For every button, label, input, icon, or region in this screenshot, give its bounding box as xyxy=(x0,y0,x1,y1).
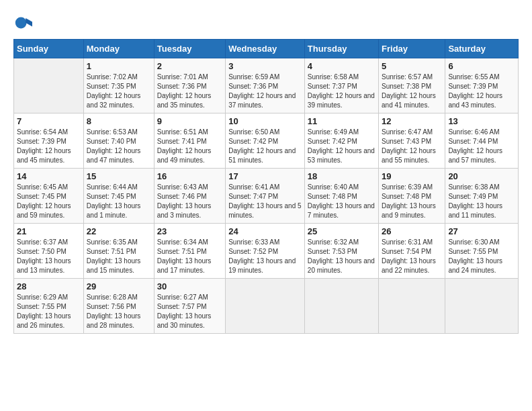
logo xyxy=(13,13,34,32)
day-info: Sunrise: 6:57 AMSunset: 7:38 PMDaylight:… xyxy=(382,73,442,110)
day-info: Sunrise: 7:02 AMSunset: 7:35 PMDaylight:… xyxy=(87,73,151,110)
day-info: Sunrise: 6:59 AMSunset: 7:36 PMDaylight:… xyxy=(228,73,302,110)
column-header-saturday: Saturday xyxy=(445,40,519,58)
page-header xyxy=(13,13,519,32)
day-info: Sunrise: 6:55 AMSunset: 7:39 PMDaylight:… xyxy=(448,73,515,110)
day-number: 5 xyxy=(382,61,442,71)
day-number: 14 xyxy=(17,171,81,181)
calendar-cell: 11Sunrise: 6:49 AMSunset: 7:42 PMDayligh… xyxy=(304,113,378,169)
day-number: 11 xyxy=(308,116,375,126)
day-info: Sunrise: 6:54 AMSunset: 7:39 PMDaylight:… xyxy=(17,128,81,165)
calendar-cell: 6Sunrise: 6:55 AMSunset: 7:39 PMDaylight… xyxy=(445,58,519,113)
calendar-cell: 22Sunrise: 6:35 AMSunset: 7:51 PMDayligh… xyxy=(83,224,154,279)
day-info: Sunrise: 6:53 AMSunset: 7:40 PMDaylight:… xyxy=(87,128,151,165)
column-header-sunday: Sunday xyxy=(14,40,84,58)
day-number: 30 xyxy=(157,281,222,291)
calendar-cell: 26Sunrise: 6:31 AMSunset: 7:54 PMDayligh… xyxy=(379,224,445,279)
day-info: Sunrise: 7:01 AMSunset: 7:36 PMDaylight:… xyxy=(157,73,222,110)
calendar-cell: 13Sunrise: 6:46 AMSunset: 7:44 PMDayligh… xyxy=(445,113,519,169)
calendar-table: SundayMondayTuesdayWednesdayThursdayFrid… xyxy=(13,39,519,334)
day-info: Sunrise: 6:28 AMSunset: 7:56 PMDaylight:… xyxy=(87,293,151,330)
calendar-cell: 24Sunrise: 6:33 AMSunset: 7:52 PMDayligh… xyxy=(226,224,305,279)
day-info: Sunrise: 6:51 AMSunset: 7:41 PMDaylight:… xyxy=(157,128,222,165)
calendar-cell: 9Sunrise: 6:51 AMSunset: 7:41 PMDaylight… xyxy=(154,113,225,169)
day-info: Sunrise: 6:27 AMSunset: 7:57 PMDaylight:… xyxy=(157,293,222,330)
day-info: Sunrise: 6:46 AMSunset: 7:44 PMDaylight:… xyxy=(448,128,515,165)
day-number: 18 xyxy=(308,171,375,181)
day-info: Sunrise: 6:50 AMSunset: 7:42 PMDaylight:… xyxy=(228,128,302,165)
day-number: 2 xyxy=(157,61,222,71)
calendar-week-row: 21Sunrise: 6:37 AMSunset: 7:50 PMDayligh… xyxy=(14,224,519,279)
day-number: 16 xyxy=(157,171,222,181)
calendar-cell: 27Sunrise: 6:30 AMSunset: 7:55 PMDayligh… xyxy=(445,224,519,279)
calendar-cell: 18Sunrise: 6:40 AMSunset: 7:48 PMDayligh… xyxy=(304,169,378,224)
day-number: 12 xyxy=(382,116,442,126)
calendar-header-row: SundayMondayTuesdayWednesdayThursdayFrid… xyxy=(14,40,519,58)
calendar-cell: 19Sunrise: 6:39 AMSunset: 7:48 PMDayligh… xyxy=(379,169,445,224)
day-info: Sunrise: 6:44 AMSunset: 7:45 PMDaylight:… xyxy=(87,183,151,220)
day-number: 10 xyxy=(228,116,302,126)
day-number: 19 xyxy=(382,171,442,181)
column-header-tuesday: Tuesday xyxy=(154,40,225,58)
day-number: 23 xyxy=(157,226,222,236)
calendar-cell: 3Sunrise: 6:59 AMSunset: 7:36 PMDaylight… xyxy=(226,58,305,113)
calendar-week-row: 14Sunrise: 6:45 AMSunset: 7:45 PMDayligh… xyxy=(14,169,519,224)
day-info: Sunrise: 6:58 AMSunset: 7:37 PMDaylight:… xyxy=(308,73,375,110)
day-number: 8 xyxy=(87,116,151,126)
svg-marker-1 xyxy=(26,18,32,27)
svg-point-0 xyxy=(15,17,27,29)
calendar-cell: 4Sunrise: 6:58 AMSunset: 7:37 PMDaylight… xyxy=(304,58,378,113)
calendar-cell xyxy=(226,279,305,334)
calendar-week-row: 28Sunrise: 6:29 AMSunset: 7:55 PMDayligh… xyxy=(14,279,519,334)
day-info: Sunrise: 6:41 AMSunset: 7:47 PMDaylight:… xyxy=(228,183,302,220)
day-info: Sunrise: 6:40 AMSunset: 7:48 PMDaylight:… xyxy=(308,183,375,220)
logo-icon xyxy=(13,13,32,32)
calendar-cell: 2Sunrise: 7:01 AMSunset: 7:36 PMDaylight… xyxy=(154,58,225,113)
day-number: 6 xyxy=(448,61,515,71)
day-number: 26 xyxy=(382,226,442,236)
calendar-cell: 8Sunrise: 6:53 AMSunset: 7:40 PMDaylight… xyxy=(83,113,154,169)
calendar-week-row: 7Sunrise: 6:54 AMSunset: 7:39 PMDaylight… xyxy=(14,113,519,169)
day-number: 22 xyxy=(87,226,151,236)
calendar-cell xyxy=(445,279,519,334)
day-number: 17 xyxy=(228,171,302,181)
calendar-cell: 29Sunrise: 6:28 AMSunset: 7:56 PMDayligh… xyxy=(83,279,154,334)
day-number: 28 xyxy=(17,281,81,291)
day-info: Sunrise: 6:33 AMSunset: 7:52 PMDaylight:… xyxy=(228,238,302,275)
day-number: 3 xyxy=(228,61,302,71)
column-header-monday: Monday xyxy=(83,40,154,58)
calendar-cell: 12Sunrise: 6:47 AMSunset: 7:43 PMDayligh… xyxy=(379,113,445,169)
calendar-cell: 15Sunrise: 6:44 AMSunset: 7:45 PMDayligh… xyxy=(83,169,154,224)
day-info: Sunrise: 6:31 AMSunset: 7:54 PMDaylight:… xyxy=(382,238,442,275)
day-info: Sunrise: 6:34 AMSunset: 7:51 PMDaylight:… xyxy=(157,238,222,275)
day-info: Sunrise: 6:32 AMSunset: 7:53 PMDaylight:… xyxy=(308,238,375,275)
day-number: 7 xyxy=(17,116,81,126)
day-number: 25 xyxy=(308,226,375,236)
day-number: 15 xyxy=(87,171,151,181)
day-number: 27 xyxy=(448,226,515,236)
day-number: 4 xyxy=(308,61,375,71)
day-info: Sunrise: 6:43 AMSunset: 7:46 PMDaylight:… xyxy=(157,183,222,220)
calendar-cell xyxy=(304,279,378,334)
calendar-cell: 5Sunrise: 6:57 AMSunset: 7:38 PMDaylight… xyxy=(379,58,445,113)
calendar-cell: 14Sunrise: 6:45 AMSunset: 7:45 PMDayligh… xyxy=(14,169,84,224)
day-info: Sunrise: 6:29 AMSunset: 7:55 PMDaylight:… xyxy=(17,293,81,330)
day-info: Sunrise: 6:45 AMSunset: 7:45 PMDaylight:… xyxy=(17,183,81,220)
calendar-cell xyxy=(379,279,445,334)
calendar-week-row: 1Sunrise: 7:02 AMSunset: 7:35 PMDaylight… xyxy=(14,58,519,113)
day-number: 20 xyxy=(448,171,515,181)
calendar-cell xyxy=(14,58,84,113)
calendar-cell: 25Sunrise: 6:32 AMSunset: 7:53 PMDayligh… xyxy=(304,224,378,279)
day-info: Sunrise: 6:35 AMSunset: 7:51 PMDaylight:… xyxy=(87,238,151,275)
day-info: Sunrise: 6:38 AMSunset: 7:49 PMDaylight:… xyxy=(448,183,515,220)
column-header-friday: Friday xyxy=(379,40,445,58)
day-number: 24 xyxy=(228,226,302,236)
column-header-wednesday: Wednesday xyxy=(226,40,305,58)
column-header-thursday: Thursday xyxy=(304,40,378,58)
calendar-cell: 10Sunrise: 6:50 AMSunset: 7:42 PMDayligh… xyxy=(226,113,305,169)
day-number: 1 xyxy=(87,61,151,71)
day-info: Sunrise: 6:47 AMSunset: 7:43 PMDaylight:… xyxy=(382,128,442,165)
day-info: Sunrise: 6:30 AMSunset: 7:55 PMDaylight:… xyxy=(448,238,515,275)
day-number: 9 xyxy=(157,116,222,126)
day-number: 29 xyxy=(87,281,151,291)
